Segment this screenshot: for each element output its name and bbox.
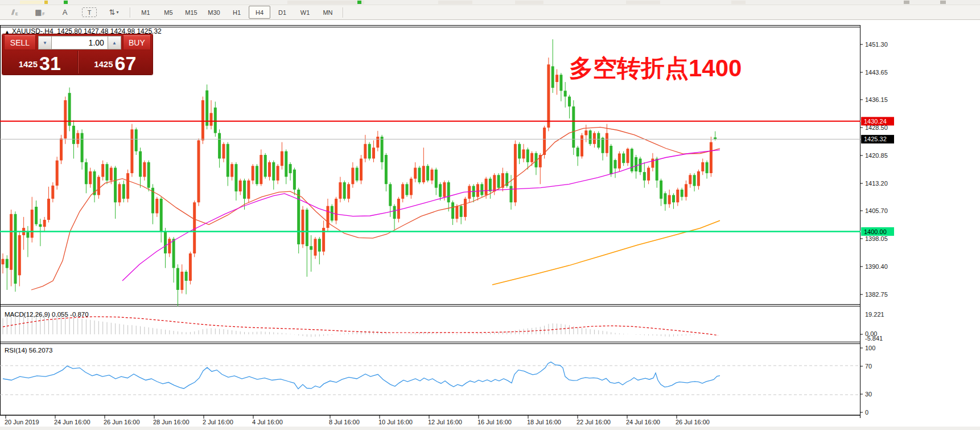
timeframe-button-D1[interactable]: D1 (271, 6, 293, 19)
candle (56, 161, 59, 186)
candle (64, 100, 67, 138)
candle (155, 199, 158, 214)
candle (256, 166, 258, 184)
candle (31, 210, 34, 237)
candle (639, 159, 642, 173)
y-axis-label: 1428.50 (865, 124, 888, 131)
candle (406, 184, 409, 195)
text-label-icon[interactable]: A (53, 6, 77, 19)
time-axis-label: 22 Jul 16:00 (577, 419, 611, 425)
candle (26, 232, 29, 238)
candle (114, 168, 117, 203)
candle (230, 164, 233, 177)
candle (589, 130, 592, 144)
candle (493, 175, 496, 191)
rsi-axis-label: 100 (865, 345, 875, 351)
text-box-icon[interactable]: T (82, 7, 97, 17)
candle (606, 133, 608, 153)
toolbar-sliver-mark (64, 1, 68, 4)
timeframe-button-M15[interactable]: M15 (180, 6, 202, 19)
time-axis-label: 12 Jul 16:00 (428, 419, 462, 425)
candle (614, 160, 617, 169)
chart-toolbar: ⫽E▦FAT⇅▾M1M5M15M30H1H4D1W1MN (0, 5, 980, 20)
candle (514, 144, 517, 202)
candle (489, 179, 492, 191)
candle (81, 133, 84, 162)
candle (297, 190, 300, 244)
candle (143, 162, 146, 177)
macd-axis-label: -5.841 (865, 335, 883, 342)
buy-button[interactable]: BUY (123, 35, 151, 50)
candle (180, 272, 183, 290)
volume-decrease-button[interactable]: ▼ (38, 36, 52, 50)
timeframe-button-H4[interactable]: H4 (249, 6, 270, 19)
candle (497, 175, 500, 187)
time-axis-label: 8 Jul 16:00 (329, 419, 360, 425)
candle (264, 155, 267, 177)
sell-button[interactable]: SELL (4, 35, 36, 50)
y-axis-label: 1451.30 (865, 41, 888, 48)
rsi-axis-label: 0 (865, 409, 868, 416)
price-tag-label: 1425.32 (864, 136, 887, 142)
sell-price-big: 31 (39, 55, 61, 72)
timeframe-button-M5[interactable]: M5 (158, 6, 179, 19)
time-axis-label: 16 Jul 16:00 (477, 419, 512, 425)
candle (468, 186, 471, 199)
candle (460, 206, 463, 217)
candle (318, 239, 321, 251)
timeframe-button-M1[interactable]: M1 (135, 6, 157, 19)
candle (530, 153, 533, 162)
candle (618, 154, 621, 169)
time-axis-label: 18 Jul 16:00 (527, 419, 561, 425)
candle (451, 202, 454, 219)
candle (443, 182, 446, 197)
candle (101, 164, 104, 177)
candle (464, 199, 467, 217)
toolbar-separator (343, 7, 344, 18)
timeframe-button-W1[interactable]: W1 (294, 6, 316, 19)
candle (285, 151, 287, 177)
candle (685, 184, 687, 196)
y-axis-label: 1390.40 (865, 263, 888, 270)
candle (676, 190, 679, 202)
candle (397, 199, 400, 219)
volume-input[interactable] (52, 36, 108, 50)
time-axis-label: 20 Jun 2019 (5, 419, 39, 425)
chart-canvas[interactable]: 1430.241425.321400.001451.301443.651436.… (0, 20, 980, 430)
candle (247, 181, 250, 199)
candle (485, 179, 488, 195)
candle (234, 164, 237, 191)
y-axis-label: 1436.15 (865, 96, 888, 103)
candle (310, 246, 312, 249)
candle (335, 199, 337, 220)
candle (343, 182, 346, 199)
grid-icon[interactable]: ▦F (28, 6, 52, 19)
candle (272, 162, 275, 181)
cycle-lines-icon[interactable]: ⇅▾ (102, 6, 126, 19)
candle (522, 149, 525, 158)
y-axis-label: 1443.65 (865, 69, 888, 76)
candle (126, 173, 129, 199)
time-axis-label: 28 Jun 16:00 (153, 419, 190, 425)
volume-increase-button[interactable]: ▲ (108, 36, 121, 50)
candle (385, 155, 388, 184)
time-axis-label: 24 Jun 16:00 (54, 419, 90, 425)
candle (227, 144, 229, 177)
candle (597, 133, 600, 148)
timeframe-button-MN[interactable]: MN (317, 6, 339, 19)
timeframe-button-M30[interactable]: M30 (203, 6, 225, 19)
sell-price[interactable]: 1425 31 (2, 51, 78, 73)
candle (701, 162, 704, 171)
candle (364, 144, 367, 159)
timeframe-button-H1[interactable]: H1 (226, 6, 248, 19)
equidistant-channel-icon[interactable]: ⫽E (3, 6, 27, 19)
candle (476, 184, 479, 196)
candle (118, 184, 121, 202)
buy-price[interactable]: 1425 67 (78, 51, 153, 73)
candle (426, 166, 429, 181)
chart-annotation-text: 多空转折点1400 (569, 52, 742, 84)
candle (193, 202, 196, 253)
candle (139, 151, 142, 177)
candle (643, 172, 646, 181)
candle (577, 148, 579, 156)
